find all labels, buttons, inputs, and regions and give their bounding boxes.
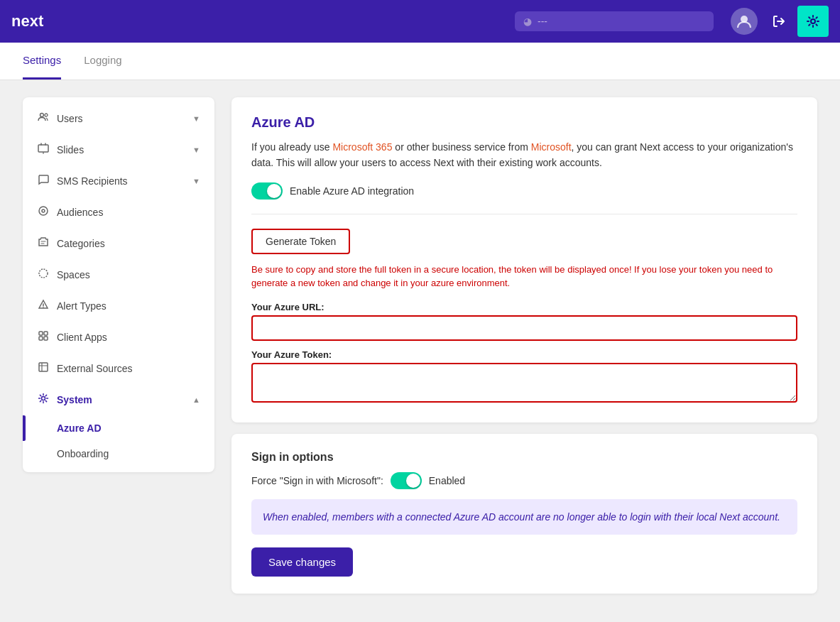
sidebar-item-slides[interactable]: Slides ▼ bbox=[23, 134, 214, 165]
chevron-down-icon: ▼ bbox=[192, 177, 200, 185]
app-logo: next bbox=[11, 12, 43, 31]
categories-icon bbox=[37, 236, 50, 251]
app-header: next ◕ --- bbox=[0, 0, 840, 43]
token-warning-text: Be sure to copy and store the full token… bbox=[251, 263, 797, 290]
save-changes-button[interactable]: Save changes bbox=[251, 547, 353, 577]
azure-ad-title: Azure AD bbox=[251, 114, 797, 131]
force-sign-in-row: Force "Sign in with Microsoft": Enabled bbox=[251, 472, 797, 489]
svg-point-6 bbox=[42, 209, 45, 212]
client-apps-icon bbox=[37, 330, 50, 344]
svg-point-5 bbox=[39, 207, 48, 215]
azure-token-input[interactable] bbox=[251, 363, 797, 403]
svg-rect-12 bbox=[39, 363, 48, 371]
logout-button[interactable] bbox=[763, 6, 795, 37]
search-placeholder: --- bbox=[538, 16, 547, 27]
header-actions bbox=[731, 6, 829, 37]
sidebar-item-users[interactable]: Users ▼ bbox=[23, 103, 214, 134]
header-search-bar[interactable]: ◕ --- bbox=[515, 11, 714, 31]
sign-in-options-card: Sign in options Force "Sign in with Micr… bbox=[231, 434, 817, 594]
svg-point-7 bbox=[39, 269, 48, 278]
divider bbox=[251, 214, 797, 214]
system-icon bbox=[37, 393, 50, 407]
sidebar-item-client-apps[interactable]: Client Apps bbox=[23, 322, 214, 353]
info-box-text: When enabled, members with a connected A… bbox=[263, 509, 786, 525]
sidebar-item-audiences-label: Audiences bbox=[57, 207, 103, 218]
sidebar-item-slides-label: Slides bbox=[57, 144, 84, 156]
svg-rect-9 bbox=[44, 332, 48, 335]
sidebar-sub-item-azure-ad[interactable]: Azure AD bbox=[23, 415, 214, 441]
settings-icon-button[interactable] bbox=[797, 6, 829, 37]
users-icon bbox=[37, 111, 50, 126]
sidebar-item-external-sources[interactable]: External Sources bbox=[23, 353, 214, 384]
sidebar-item-alert-types-label: Alert Types bbox=[57, 300, 107, 312]
sidebar-item-external-sources-label: External Sources bbox=[57, 363, 133, 374]
info-box: When enabled, members with a connected A… bbox=[251, 499, 797, 535]
generate-token-button[interactable]: Generate Token bbox=[251, 229, 350, 254]
sidebar-sub-azure-ad-label: Azure AD bbox=[57, 422, 102, 434]
sidebar-item-users-label: Users bbox=[57, 113, 83, 124]
slides-icon bbox=[37, 143, 50, 157]
sign-in-title: Sign in options bbox=[251, 451, 797, 464]
svg-rect-8 bbox=[39, 332, 43, 335]
azure-ad-toggle-row: Enable Azure AD integration bbox=[251, 182, 797, 200]
azure-ad-toggle-label: Enable Azure AD integration bbox=[290, 185, 414, 197]
svg-point-13 bbox=[42, 397, 45, 400]
external-sources-icon bbox=[37, 361, 50, 376]
sidebar-item-alert-types[interactable]: Alert Types bbox=[23, 290, 214, 322]
sidebar-item-sms-label: SMS Recipients bbox=[57, 175, 128, 187]
avatar[interactable] bbox=[731, 8, 758, 35]
audiences-icon bbox=[37, 205, 50, 219]
force-sign-in-toggle[interactable] bbox=[391, 472, 422, 489]
alert-icon bbox=[37, 299, 50, 313]
sidebar-item-client-apps-label: Client Apps bbox=[57, 332, 107, 343]
page-content: Users ▼ Slides ▼ SMS Recipients ▼ Audien… bbox=[0, 80, 840, 617]
svg-rect-10 bbox=[39, 337, 43, 340]
svg-point-1 bbox=[811, 19, 815, 23]
sidebar-item-sms-recipients[interactable]: SMS Recipients ▼ bbox=[23, 165, 214, 197]
azure-url-input[interactable] bbox=[251, 315, 797, 341]
azure-url-label: Your Azure URL: bbox=[251, 302, 797, 312]
tab-bar: Settings Logging bbox=[0, 43, 840, 80]
chevron-up-icon: ▲ bbox=[192, 395, 200, 404]
sidebar: Users ▼ Slides ▼ SMS Recipients ▼ Audien… bbox=[23, 97, 214, 472]
sidebar-sub-onboarding-label: Onboarding bbox=[57, 448, 109, 459]
sidebar-item-spaces[interactable]: Spaces bbox=[23, 259, 214, 290]
main-content: Azure AD If you already use Microsoft 36… bbox=[231, 97, 817, 600]
sidebar-item-system-label: System bbox=[57, 394, 92, 405]
azure-token-label: Your Azure Token: bbox=[251, 349, 797, 360]
svg-point-2 bbox=[40, 114, 44, 117]
microsoft-text: Microsoft bbox=[531, 141, 572, 153]
chevron-down-icon: ▼ bbox=[192, 146, 200, 154]
svg-rect-11 bbox=[44, 337, 48, 340]
chevron-down-icon: ▼ bbox=[192, 114, 200, 123]
sidebar-item-categories[interactable]: Categories bbox=[23, 228, 214, 259]
compass-icon: ◕ bbox=[523, 16, 532, 27]
sms-icon bbox=[37, 174, 50, 188]
svg-rect-4 bbox=[38, 145, 48, 152]
azure-ad-card: Azure AD If you already use Microsoft 36… bbox=[231, 97, 817, 422]
sidebar-item-system[interactable]: System ▲ bbox=[23, 384, 214, 415]
enabled-text: Enabled bbox=[429, 475, 465, 486]
force-sign-in-label: Force "Sign in with Microsoft": bbox=[251, 475, 383, 486]
microsoft365-text: Microsoft 365 bbox=[332, 141, 392, 153]
sidebar-item-spaces-label: Spaces bbox=[57, 269, 90, 280]
azure-ad-description: If you already use Microsoft 365 or othe… bbox=[251, 139, 797, 171]
sidebar-item-categories-label: Categories bbox=[57, 238, 105, 249]
azure-ad-toggle[interactable] bbox=[251, 182, 283, 200]
sidebar-sub-item-onboarding[interactable]: Onboarding bbox=[23, 441, 214, 466]
spaces-icon bbox=[37, 268, 50, 282]
tab-settings[interactable]: Settings bbox=[23, 43, 61, 80]
svg-point-3 bbox=[45, 114, 48, 116]
sidebar-item-audiences[interactable]: Audiences bbox=[23, 197, 214, 228]
tab-logging[interactable]: Logging bbox=[84, 43, 121, 80]
